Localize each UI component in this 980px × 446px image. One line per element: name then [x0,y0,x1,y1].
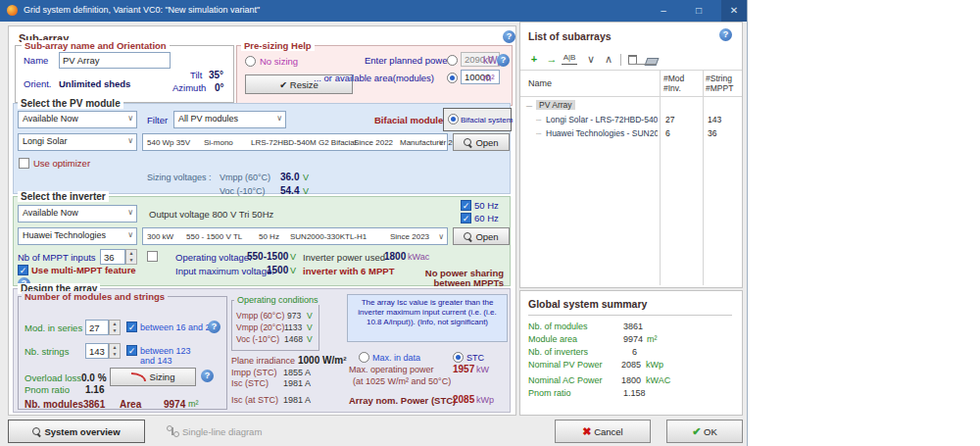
inverter-title: Select the inverter [18,191,109,202]
voc-unit: V [303,186,309,196]
system-overview-button[interactable]: System overview [8,420,145,443]
mod-series-input[interactable] [85,320,109,335]
mppt-inputs-input[interactable] [100,249,125,265]
isc-value: 1981 A [283,378,311,388]
move-subarray-icon[interactable]: → [544,52,560,67]
strings-input[interactable] [85,343,109,359]
freq-60hz-checkbox[interactable]: ✓ [461,213,471,223]
overload-label: Overload loss [24,372,81,383]
presizing-help-icon[interactable]: ? [497,54,510,67]
maximize-button[interactable]: □ [686,0,711,22]
pv-filter-select[interactable]: All PV modules∨ [173,111,286,128]
summary-label: Nominal PV Power [528,360,603,370]
summary-unit: m² [647,334,658,344]
summary-value: 6 [632,347,637,357]
mppt-extra-checkbox[interactable] [147,251,158,262]
op-row-value: 973 [287,311,301,321]
power-used-label: Inverter power used [303,252,385,263]
op-voltage-label: Operating voltage: [175,252,252,263]
inv-spec-since: Since 2023 [390,232,429,241]
freq-50hz-checkbox[interactable]: ✓ [461,200,471,211]
tree-item-module[interactable]: Longi Solar - LRS-72HBD-540M G... [546,115,658,124]
minimize-button[interactable]: – [651,0,676,22]
strings-spinner[interactable]: ▲▼ [109,343,121,359]
pv-manufacturer-select[interactable]: Longi Solar∨ [18,133,137,151]
inverter-open-button[interactable]: Open [453,227,510,245]
tree-item-inverter[interactable]: Huawei Technologies - SUN2000... [546,128,658,138]
tree-root-item[interactable]: PV Array [536,100,575,110]
mod-series-range-checkbox[interactable]: ✓ [126,322,137,332]
summary-value: 3861 [623,322,643,331]
summary-label: Pnom ratio [528,388,571,398]
multi-mppt-checkbox[interactable]: ✓ [18,265,28,275]
input-max-label: Input maximum voltage: [175,266,274,276]
inv-spec-model: SUN2000-330KTL-H1 [290,232,367,241]
azimuth-value: 0° [215,82,224,93]
sizing-label: Sizing [150,372,175,382]
sizing-help-icon[interactable]: ? [201,370,214,382]
array-nom-label: Array nom. Power (STC) [349,395,456,406]
mod-series-help-icon[interactable]: ? [208,321,220,333]
strings-range-checkbox[interactable]: ✓ [126,345,137,356]
help-icon[interactable]: ? [503,30,515,43]
subarray-name-input[interactable] [59,52,171,69]
chevron-down-icon[interactable]: ∨ [583,52,599,67]
rename-icon[interactable]: A|B [562,52,577,65]
pv-open-label: Open [475,137,498,148]
inverter-combo[interactable]: 300 kW 550 - 1500 V TL 50 Hz SUN2000-330… [142,227,448,245]
tree-item-mod-count: 6 [665,128,670,138]
power-used-value: 1800 [384,251,406,262]
tilt-value: 35° [209,70,223,80]
tree-branch: ┈ [536,115,541,124]
bifacial-system-box[interactable]: Bifacial system [443,108,512,131]
inverter-availability-select[interactable]: Available Now∨ [18,205,137,223]
modules-strings-group: Number of modules and strings Mod. in se… [18,296,227,410]
chevron-up-icon[interactable]: ∧ [601,52,616,67]
bifacial-module-label: Bifacial module [374,115,443,125]
subarray-list-help-icon[interactable]: ? [719,28,732,41]
mod-series-spinner[interactable]: ▲▼ [109,320,121,335]
single-line-diagram-label: Single-line diagram [182,426,262,437]
design-section: Design the array Number of modules and s… [13,288,511,413]
planned-power-radio[interactable] [447,55,458,66]
pv-availability-select[interactable]: Available Now∨ [18,111,137,128]
no-sizing-radio[interactable] [245,56,256,67]
mod-series-label: Mod. in series [24,322,82,333]
area-radio[interactable] [447,73,458,83]
window-title: Grid system definition, Variant VC0: "Ne… [24,5,260,15]
sizing-button[interactable]: Sizing [110,368,196,386]
strings-range-label: between 123 and 143 [140,346,207,366]
max-in-data-radio[interactable] [359,352,369,363]
chevron-down-icon: ∨ [438,232,444,241]
pv-module-combo[interactable]: 540 Wp 35V Si-mono LRS-72HBD-540M G2 Bif… [142,133,448,151]
ok-button[interactable]: ✔ OK [666,420,743,443]
use-optimizer-checkbox[interactable] [19,158,29,169]
isc-info-box: The array Isc value is greater than the … [347,294,508,342]
system-overview-label: System overview [44,426,120,437]
power-sharing-line2: between MPPTs [433,277,504,288]
pv-open-button[interactable]: Open [453,133,510,151]
summary-value: 9974 [623,334,643,344]
orient-label: Orient. [24,78,52,89]
summary-label: Nb. of modules [528,322,588,331]
stc-radio[interactable] [453,352,464,363]
close-button[interactable]: ✕ [721,0,747,22]
mppt-spinner[interactable]: ▲▼ [125,249,137,265]
summary-value: 1.158 [623,388,646,398]
global-summary-title: Global system summary [528,298,647,310]
summary-unit: kWp [646,360,663,370]
cancel-button[interactable]: ✖ Cancel [555,420,651,443]
op-row-unit: V [307,334,313,344]
max-power-unit: kW [476,365,489,374]
pv-spec-tech: Si-mono [204,138,233,147]
inverter-manufacturer-select[interactable]: Huawei Technologies∨ [18,227,137,245]
impp-value: 1855 A [283,368,311,377]
pv-module-title: Select the PV module [18,98,123,109]
bifacial-system-radio[interactable] [448,114,459,124]
pv-filter-value: All PV modules [178,114,238,124]
add-subarray-icon[interactable]: + [526,52,542,67]
summary-divider [528,315,732,316]
subarray-table-header: Name #Mod #Inv. #String #MPPT [520,70,742,97]
modules-strings-title: Number of modules and strings [22,291,168,302]
use-optimizer-label: Use optimizer [33,158,90,169]
